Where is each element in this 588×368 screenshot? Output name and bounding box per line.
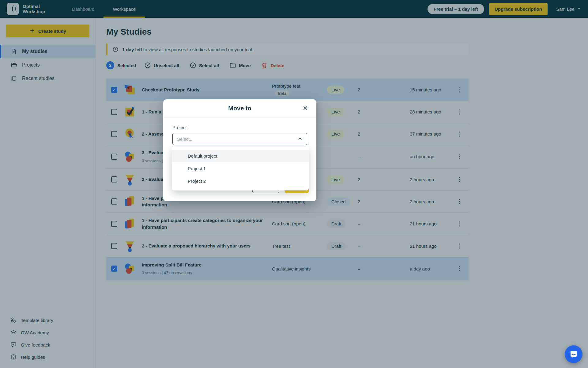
select-placeholder: Select... (177, 136, 194, 142)
modal-title: Move to (163, 99, 316, 117)
chat-launcher-button[interactable] (565, 345, 582, 363)
project-dropdown: Default projectProject 1Project 2 (172, 147, 309, 190)
chat-bubble-icon (569, 350, 578, 358)
project-option-project-2[interactable]: Project 2 (172, 175, 309, 187)
chevron-up-icon (298, 136, 303, 141)
project-field-label: Project (172, 125, 307, 130)
project-select[interactable]: Select... (172, 133, 307, 145)
project-option-default-project[interactable]: Default project (172, 150, 309, 162)
project-option-project-1[interactable]: Project 1 (172, 162, 309, 175)
close-icon[interactable]: ✕ (301, 104, 310, 113)
move-to-modal: Move to ✕ Project Select... Default proj… (163, 99, 316, 201)
